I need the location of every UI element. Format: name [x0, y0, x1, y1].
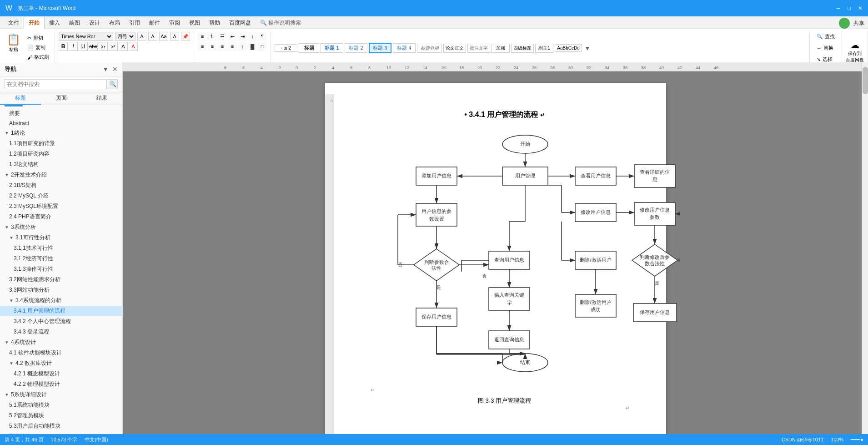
- nav-item-sys-1-1[interactable]: 3.1.1技术可行性: [0, 243, 122, 253]
- nav-item-intro-1[interactable]: 1.1项目研究的背景: [0, 138, 122, 149]
- nav-item-sys-4-1[interactable]: 3.4.1 用户管理的流程: [0, 306, 122, 316]
- style-heading[interactable]: 标题: [299, 43, 319, 53]
- align-right-btn[interactable]: ≡: [218, 42, 227, 51]
- format-brush-btn[interactable]: 🖌 格式刷: [25, 53, 51, 61]
- style-body[interactable]: 论文正文: [443, 44, 466, 53]
- search-bar[interactable]: 🔍 操作说明搜索: [256, 17, 306, 29]
- increase-indent-btn[interactable]: ⇥: [238, 32, 247, 41]
- strikethrough-btn[interactable]: abc: [89, 42, 98, 51]
- nav-item-sys-4-2[interactable]: 3.4.2 个人中心管理流程: [0, 316, 122, 327]
- nav-item-detail-3[interactable]: 5.3用户后台功能模块: [0, 421, 122, 431]
- font-size-select[interactable]: 四号: [115, 32, 135, 41]
- copy-btn[interactable]: 📄 复制: [25, 43, 51, 52]
- close-btn[interactable]: ✕: [858, 5, 863, 11]
- line-spacing-btn[interactable]: ↕: [238, 42, 247, 51]
- tab-help[interactable]: 帮助: [205, 17, 225, 29]
- nav-item-sys-1[interactable]: ▼3.1可行性分析: [0, 233, 122, 243]
- style-h4-level[interactable]: 四级标题: [511, 44, 534, 53]
- decrease-indent-btn[interactable]: ⇤: [228, 32, 237, 41]
- style-comment[interactable]: 批注文字: [467, 44, 490, 53]
- nav-item-detail-2[interactable]: 5.2管理员模块: [0, 410, 122, 421]
- share-btn[interactable]: 共享: [853, 20, 864, 27]
- nav-search-button[interactable]: 🔍: [108, 79, 118, 89]
- zoom-slider[interactable]: ━━━●: [851, 437, 863, 443]
- highlight-btn[interactable]: A: [119, 42, 128, 51]
- align-center-btn[interactable]: ≡: [208, 42, 217, 51]
- shading-btn[interactable]: ▓: [248, 42, 257, 51]
- underline-btn[interactable]: U: [79, 42, 88, 51]
- tab-home[interactable]: 开始: [24, 17, 45, 29]
- tab-mail[interactable]: 邮件: [145, 17, 165, 29]
- nav-item-sys[interactable]: ▼3系统分析: [0, 222, 122, 233]
- style-h2[interactable]: 标题 2: [345, 43, 367, 53]
- italic-btn[interactable]: I: [69, 42, 78, 51]
- tab-insert[interactable]: 插入: [45, 17, 65, 29]
- clear-format-btn[interactable]: A: [170, 32, 179, 41]
- nav-item-design-1[interactable]: 4.1 软件功能模块设计: [0, 348, 122, 358]
- window-controls[interactable]: ─ □ ✕: [836, 5, 863, 11]
- maximize-btn[interactable]: □: [848, 5, 851, 11]
- nav-tab-results[interactable]: 结果: [81, 92, 122, 105]
- nav-tab-pages[interactable]: 页面: [41, 92, 82, 105]
- font-name-select[interactable]: Times New Ror: [59, 32, 113, 41]
- find-btn[interactable]: 🔍 查找: [813, 32, 838, 41]
- style-quote[interactable]: 标题引用: [417, 44, 442, 53]
- decrease-font-btn[interactable]: A: [148, 32, 157, 41]
- paste-btn[interactable]: 📋 粘贴: [4, 32, 24, 63]
- nav-item-sys-1-2[interactable]: 3.1.2经济可行性: [0, 253, 122, 264]
- style-strong[interactable]: 加强: [492, 44, 510, 53]
- cut-btn[interactable]: ✂ 剪切: [25, 34, 51, 42]
- tab-references[interactable]: 引用: [125, 17, 145, 29]
- outline-list-btn[interactable]: ☰: [218, 32, 227, 41]
- minimize-btn[interactable]: ─: [836, 5, 840, 11]
- numbered-list-btn[interactable]: 1.: [208, 32, 217, 41]
- nav-item-abstract-en[interactable]: Abstract: [0, 119, 122, 128]
- nav-item-intro-3[interactable]: 1.3论文结构: [0, 159, 122, 170]
- nav-item-abstract-zh[interactable]: 摘要: [0, 108, 122, 119]
- superscript-btn[interactable]: x²: [109, 42, 118, 51]
- show-marks-btn[interactable]: ¶: [258, 32, 267, 41]
- nav-item-tech-1[interactable]: 2.1B/S架构: [0, 180, 122, 191]
- nav-item-tech-4[interactable]: 2.4 PHP语言简介: [0, 212, 122, 222]
- font-color-btn[interactable]: A: [129, 42, 138, 51]
- style-h1[interactable]: 标题 1: [321, 43, 343, 53]
- tab-review[interactable]: 审阅: [165, 17, 185, 29]
- pin-btn[interactable]: 📌: [181, 32, 190, 41]
- nav-item-sys-4-3[interactable]: 3.4.3 登录流程: [0, 327, 122, 337]
- scroll-indicator[interactable]: [862, 62, 868, 434]
- nav-item-design[interactable]: ▼4系统设计: [0, 337, 122, 348]
- style-sub1[interactable]: 副主1: [535, 44, 553, 53]
- replace-btn[interactable]: ↔ 替换: [813, 43, 838, 53]
- nav-item-tech[interactable]: ▼2开发技术介绍: [0, 170, 122, 180]
- nav-item-sys-3[interactable]: 3.3网站功能分析: [0, 285, 122, 295]
- tab-file[interactable]: 文件: [4, 17, 24, 29]
- document-page[interactable]: -2-111.51.81.922.12.22.32.42.62.833.23.4…: [325, 83, 666, 434]
- tab-baidu[interactable]: 百度网盘: [225, 17, 256, 29]
- nav-item-sys-2[interactable]: 3.2网站性能需求分析: [0, 274, 122, 285]
- style-more[interactable]: AaBbCcDd: [555, 44, 582, 52]
- scroll-thumb[interactable]: [863, 67, 868, 94]
- align-left-btn[interactable]: ≡: [198, 42, 207, 51]
- nav-item-design-2-2[interactable]: 4.2.2 物理模型设计: [0, 379, 122, 389]
- font-case-btn[interactable]: Aa: [159, 32, 168, 41]
- nav-search-input[interactable]: [5, 79, 107, 89]
- nav-tab-headings[interactable]: 标题: [0, 92, 41, 105]
- increase-font-btn[interactable]: A: [137, 32, 146, 41]
- bullet-list-btn[interactable]: ≡: [198, 32, 207, 41]
- tab-design[interactable]: 设计: [85, 17, 105, 29]
- nav-item-tech-3[interactable]: 2.3 MySQL环境配置: [0, 201, 122, 212]
- nav-item-sys-1-3[interactable]: 3.1.3操作可行性: [0, 264, 122, 274]
- nav-item-tech-2[interactable]: 2.2 MySQL 介绍: [0, 191, 122, 201]
- nav-close-btn[interactable]: ✕: [112, 66, 118, 73]
- tab-draw[interactable]: 绘图: [65, 17, 85, 29]
- sort-btn[interactable]: ↕: [248, 32, 257, 41]
- bold-btn[interactable]: B: [59, 42, 68, 51]
- justify-btn[interactable]: ≡: [228, 42, 237, 51]
- tab-layout[interactable]: 布局: [105, 17, 125, 29]
- nav-item-design-2-1[interactable]: 4.2.1 概念模型设计: [0, 369, 122, 379]
- border-btn[interactable]: □: [258, 42, 267, 51]
- nav-item-design-2[interactable]: ▼4.2 数据库设计: [0, 358, 122, 369]
- nav-item-detail-1[interactable]: 5.1系统功能模块: [0, 400, 122, 410]
- nav-item-intro[interactable]: ▼1绪论: [0, 128, 122, 138]
- subscript-btn[interactable]: x₂: [99, 42, 108, 51]
